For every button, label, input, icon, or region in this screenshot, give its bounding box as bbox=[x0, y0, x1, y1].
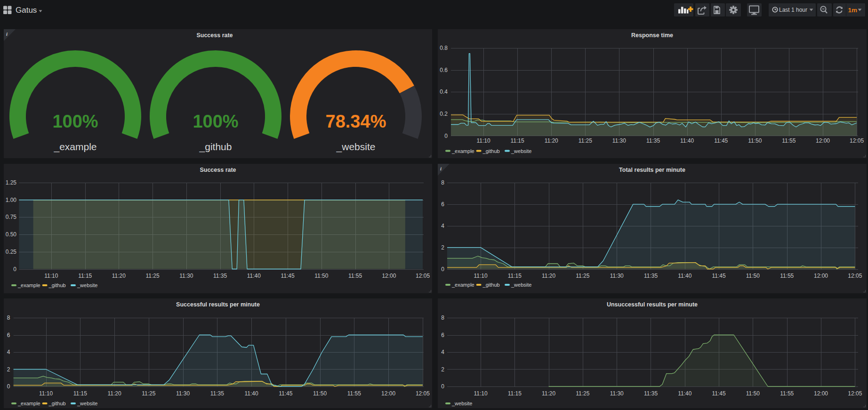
svg-text:Gatus: Gatus bbox=[16, 6, 37, 15]
svg-text:8: 8 bbox=[7, 314, 10, 321]
svg-text:12:00: 12:00 bbox=[814, 390, 828, 397]
svg-text:1m: 1m bbox=[848, 7, 858, 14]
svg-text:_github: _github bbox=[482, 148, 500, 154]
svg-text:11:25: 11:25 bbox=[142, 390, 155, 397]
svg-text:11:55: 11:55 bbox=[347, 390, 361, 397]
svg-text:11:55: 11:55 bbox=[348, 273, 362, 279]
svg-text:_example: _example bbox=[53, 141, 96, 153]
svg-text:1.00: 1.00 bbox=[6, 197, 17, 203]
svg-text:12:00: 12:00 bbox=[382, 273, 396, 279]
svg-text:Unsuccessful results per minut: Unsuccessful results per minute bbox=[607, 301, 698, 308]
svg-text:6: 6 bbox=[7, 332, 10, 338]
svg-text:6: 6 bbox=[441, 201, 444, 208]
svg-text:Response time: Response time bbox=[631, 32, 673, 39]
svg-text:12:00: 12:00 bbox=[381, 390, 395, 397]
svg-text:100%: 100% bbox=[193, 112, 238, 131]
svg-text:0.2: 0.2 bbox=[440, 111, 448, 117]
svg-text:11:35: 11:35 bbox=[644, 390, 658, 397]
svg-text:0: 0 bbox=[13, 266, 16, 273]
svg-text:11:50: 11:50 bbox=[746, 273, 760, 279]
svg-text:_example: _example bbox=[451, 282, 474, 288]
svg-text:_github: _github bbox=[48, 282, 66, 288]
svg-text:11:30: 11:30 bbox=[612, 137, 626, 144]
svg-text:_github: _github bbox=[48, 401, 66, 406]
svg-text:11:50: 11:50 bbox=[314, 273, 328, 279]
svg-text:0.25: 0.25 bbox=[6, 249, 17, 255]
svg-text:8: 8 bbox=[441, 314, 444, 321]
svg-text:11:40: 11:40 bbox=[680, 137, 694, 144]
svg-text:11:20: 11:20 bbox=[108, 390, 121, 397]
svg-text:11:10: 11:10 bbox=[476, 137, 490, 144]
svg-text:4: 4 bbox=[7, 349, 10, 355]
svg-text:12:05: 12:05 bbox=[416, 273, 430, 279]
svg-text:11:10: 11:10 bbox=[39, 390, 53, 397]
svg-text:_example: _example bbox=[17, 401, 40, 406]
svg-text:12:05: 12:05 bbox=[850, 137, 864, 144]
svg-text:_website: _website bbox=[77, 282, 97, 288]
svg-text:2: 2 bbox=[7, 366, 10, 373]
svg-text:_website: _website bbox=[511, 282, 531, 288]
svg-text:11:50: 11:50 bbox=[748, 137, 762, 144]
svg-text:_website: _website bbox=[77, 401, 97, 406]
svg-text:11:40: 11:40 bbox=[678, 273, 691, 279]
svg-text:_github: _github bbox=[199, 141, 232, 153]
svg-text:11:35: 11:35 bbox=[646, 137, 660, 144]
svg-text:11:45: 11:45 bbox=[712, 273, 726, 279]
svg-text:11:45: 11:45 bbox=[714, 137, 728, 144]
svg-text:11:25: 11:25 bbox=[579, 137, 592, 144]
svg-text:_github: _github bbox=[482, 282, 500, 288]
svg-text:11:35: 11:35 bbox=[644, 273, 658, 279]
svg-text:Total results per minute: Total results per minute bbox=[619, 167, 685, 173]
svg-text:0.6: 0.6 bbox=[440, 67, 448, 73]
svg-text:11:55: 11:55 bbox=[780, 273, 794, 279]
svg-text:11:20: 11:20 bbox=[112, 273, 126, 279]
svg-text:Successful results per minute: Successful results per minute bbox=[176, 301, 260, 308]
svg-text:11:30: 11:30 bbox=[610, 273, 624, 279]
svg-text:11:15: 11:15 bbox=[73, 390, 87, 397]
svg-text:11:45: 11:45 bbox=[281, 273, 295, 279]
svg-text:11:55: 11:55 bbox=[780, 390, 794, 397]
svg-text:0.8: 0.8 bbox=[440, 45, 448, 51]
svg-text:11:15: 11:15 bbox=[511, 137, 524, 144]
svg-text:12:00: 12:00 bbox=[814, 273, 828, 279]
svg-text:0.4: 0.4 bbox=[440, 88, 448, 95]
svg-text:11:35: 11:35 bbox=[213, 273, 227, 279]
svg-text:11:10: 11:10 bbox=[474, 273, 487, 279]
svg-text:11:40: 11:40 bbox=[247, 273, 261, 279]
svg-text:11:40: 11:40 bbox=[245, 390, 258, 397]
svg-text:4: 4 bbox=[441, 349, 444, 355]
svg-text:0.75: 0.75 bbox=[6, 214, 17, 220]
svg-text:11:45: 11:45 bbox=[712, 390, 726, 397]
svg-text:_example: _example bbox=[451, 148, 474, 154]
svg-text:11:25: 11:25 bbox=[146, 273, 160, 279]
svg-text:_website: _website bbox=[451, 401, 472, 406]
svg-text:11:20: 11:20 bbox=[545, 137, 558, 144]
svg-text:11:15: 11:15 bbox=[508, 390, 522, 397]
svg-text:11:50: 11:50 bbox=[313, 390, 327, 397]
svg-text:11:30: 11:30 bbox=[176, 390, 190, 397]
svg-text:11:25: 11:25 bbox=[576, 390, 589, 397]
svg-text:_website: _website bbox=[336, 141, 376, 153]
svg-text:Success rate: Success rate bbox=[200, 167, 236, 173]
svg-text:12:00: 12:00 bbox=[816, 137, 830, 144]
svg-text:4: 4 bbox=[441, 223, 444, 229]
svg-text:Success rate: Success rate bbox=[196, 32, 233, 39]
svg-text:11:15: 11:15 bbox=[78, 273, 92, 279]
svg-text:12:05: 12:05 bbox=[416, 390, 430, 397]
svg-text:11:30: 11:30 bbox=[179, 273, 193, 279]
svg-text:6: 6 bbox=[441, 332, 444, 338]
svg-text:_example: _example bbox=[17, 282, 40, 288]
svg-text:0: 0 bbox=[441, 266, 444, 273]
svg-text:11:20: 11:20 bbox=[542, 390, 555, 397]
svg-text:11:55: 11:55 bbox=[782, 137, 796, 144]
svg-text:78.34%: 78.34% bbox=[326, 112, 386, 131]
svg-text:11:20: 11:20 bbox=[542, 273, 555, 279]
svg-text:Last 1 hour: Last 1 hour bbox=[779, 7, 807, 13]
svg-text:_website: _website bbox=[511, 148, 531, 154]
svg-text:0: 0 bbox=[441, 383, 444, 390]
svg-text:11:35: 11:35 bbox=[210, 390, 224, 397]
svg-text:11:40: 11:40 bbox=[678, 390, 691, 397]
svg-text:11:10: 11:10 bbox=[474, 390, 487, 397]
svg-text:100%: 100% bbox=[52, 112, 98, 131]
svg-text:11:10: 11:10 bbox=[44, 273, 58, 279]
